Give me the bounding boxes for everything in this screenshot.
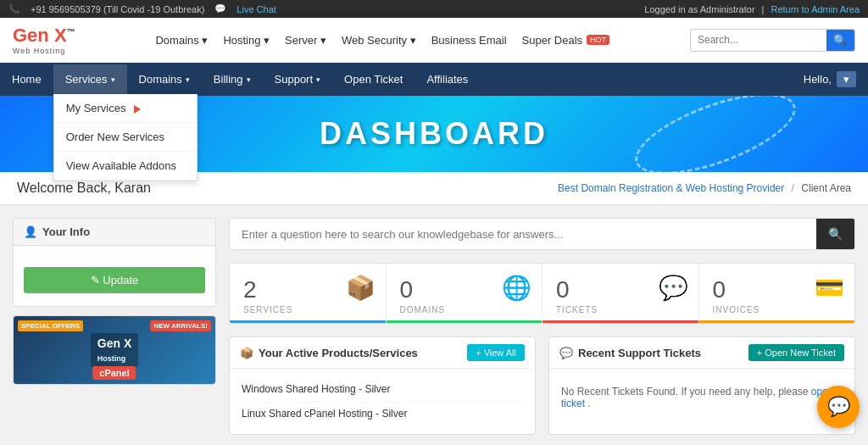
sidebar-badge-new: NEW ARRIVALS! <box>150 320 211 331</box>
your-info-card: 👤 Your Info ✎ Update <box>13 218 216 307</box>
nav-bar: Home Services ▾ My Services Order New Se… <box>0 63 868 96</box>
main-content: 👤 Your Info ✎ Update Gen XHosting NEW AR… <box>0 205 868 445</box>
cpanel-label: cPanel <box>92 366 136 380</box>
support-caret: ▾ <box>316 75 320 84</box>
billing-caret: ▾ <box>247 75 251 84</box>
dropdown-order-new-services[interactable]: Order New Services <box>54 123 197 152</box>
header: Gen X™ Web Hosting Domains ▾ Hosting ▾ S… <box>0 18 868 63</box>
stat-services-bar <box>230 320 386 323</box>
sidebar-badge-special: SPECIAL OFFERS <box>18 320 83 331</box>
header-nav-server[interactable]: Server ▾ <box>285 34 326 47</box>
dropdown-view-addons[interactable]: View Available Addons <box>54 152 197 181</box>
stat-invoices-label: INVOICES <box>713 305 842 314</box>
nav-item-domains[interactable]: Domains ▾ <box>127 64 202 94</box>
kb-search: 🔍 <box>229 218 855 250</box>
stat-tickets-label: TICKETS <box>556 305 685 314</box>
your-info-body: ✎ Update <box>14 246 215 306</box>
top-bar-right: Logged in as Administrator | Return to A… <box>644 4 860 14</box>
nav-item-support[interactable]: Support ▾ <box>263 64 333 94</box>
header-nav-businessemail[interactable]: Business Email <box>431 34 507 47</box>
nav-item-home[interactable]: Home <box>0 64 53 94</box>
product-item-1: Linux Shared cPanel Hosting - Silver <box>242 402 523 426</box>
logo-gen: Gen <box>13 25 54 46</box>
float-chat-button[interactable]: 💬 <box>817 386 860 428</box>
kb-search-input[interactable] <box>230 219 816 249</box>
stat-tickets-icon: 💬 <box>659 274 688 302</box>
breadcrumb-right: Best Domain Registration & Web Hosting P… <box>558 182 851 194</box>
breadcrumb-current: Client Area <box>801 182 851 194</box>
tickets-icon: 💬 <box>559 347 573 359</box>
dropdown-my-services[interactable]: My Services <box>54 94 197 123</box>
products-panel-header: 📦 Your Active Products/Services + View A… <box>230 337 535 369</box>
stat-services-icon: 📦 <box>346 274 376 302</box>
tickets-panel-body: No Recent Tickets Found. If you need any… <box>549 369 854 426</box>
sidebar: 👤 Your Info ✎ Update Gen XHosting NEW AR… <box>13 218 216 445</box>
nav-item-billing[interactable]: Billing ▾ <box>202 64 263 94</box>
dashboard-content: 🔍 📦 2 SERVICES 🌐 0 DOMAINS 💬 0 TICKETS <box>229 218 855 445</box>
header-nav-hosting[interactable]: Hosting ▾ <box>223 34 270 47</box>
header-nav-superdeals[interactable]: Super Deals HOT <box>522 34 610 47</box>
header-nav-domains[interactable]: Domains ▾ <box>155 34 208 47</box>
nav-hello: Hello, ▾ <box>792 63 868 96</box>
header-nav-websecurity[interactable]: Web Security ▾ <box>342 34 416 47</box>
banner-decoration <box>626 96 805 172</box>
sidebar-image-card: Gen XHosting NEW ARRIVALS! SPECIAL OFFER… <box>13 315 216 385</box>
tickets-panel-header: 💬 Recent Support Tickets + Open New Tick… <box>549 337 854 369</box>
stat-domains-bar <box>387 320 542 323</box>
banner-title: DASHBOARD <box>320 116 548 152</box>
products-panel-title: 📦 Your Active Products/Services <box>240 347 418 359</box>
search-button[interactable]: 🔍 <box>826 30 854 51</box>
sidebar-image: Gen XHosting NEW ARRIVALS! SPECIAL OFFER… <box>14 316 215 384</box>
top-bar: 📞 +91 9569505379 (Till Covid -19 Outbrea… <box>0 0 868 18</box>
search-input[interactable] <box>691 30 826 50</box>
view-all-button[interactable]: + View All <box>467 344 525 361</box>
kb-search-button[interactable]: 🔍 <box>816 219 854 249</box>
nav-bar-left: Home Services ▾ My Services Order New Se… <box>0 64 480 94</box>
logo-tm: ™ <box>67 27 75 36</box>
products-panel-body: Windows Shared Hosting - Silver Linux Sh… <box>230 369 535 434</box>
header-search: 🔍 <box>690 29 855 52</box>
nav-item-affiliates[interactable]: Affiliates <box>415 64 480 94</box>
header-nav: Domains ▾ Hosting ▾ Server ▾ Web Securit… <box>155 34 609 47</box>
stat-domains-label: DOMAINS <box>400 305 529 314</box>
services-caret: ▾ <box>111 75 115 84</box>
live-chat-link[interactable]: Live Chat <box>236 4 275 14</box>
return-admin-link[interactable]: Return to Admin Area <box>771 4 860 14</box>
stat-tickets-bar <box>542 320 698 323</box>
stat-invoices-icon: 💳 <box>815 274 844 302</box>
logged-in-text: Logged in as Administrator <box>644 4 754 14</box>
stat-invoices: 💳 0 INVOICES <box>699 264 855 323</box>
welcome-text: Welcome Back, Karan <box>17 181 151 196</box>
breadcrumb-link[interactable]: Best Domain Registration & Web Hosting P… <box>558 182 784 194</box>
cpanel-logo: Gen XHosting <box>91 333 138 367</box>
username-box[interactable]: ▾ <box>837 71 856 87</box>
update-button[interactable]: ✎ Update <box>24 267 205 293</box>
nav-bar-right: Hello, ▾ <box>792 63 868 96</box>
chat-icon: 💬 <box>214 3 226 14</box>
user-icon: 👤 <box>24 225 37 238</box>
no-tickets-text: No Recent Tickets Found. If you need any… <box>561 377 843 418</box>
stat-services: 📦 2 SERVICES <box>230 264 387 323</box>
logo-text: Gen X™ <box>13 25 75 47</box>
open-ticket-button[interactable]: + Open New Ticket <box>748 344 844 361</box>
separator: | <box>762 4 765 14</box>
hot-badge: HOT <box>587 35 609 45</box>
stat-services-label: SERVICES <box>243 305 372 314</box>
products-panel: 📦 Your Active Products/Services + View A… <box>229 337 536 435</box>
logo-x: X <box>54 25 67 46</box>
stat-domains-icon: 🌐 <box>502 274 531 302</box>
nav-item-open-ticket[interactable]: Open Ticket <box>332 64 415 94</box>
nav-item-services[interactable]: Services ▾ <box>53 64 127 94</box>
phone-number: +91 9569505379 (Till Covid -19 Outbreak) <box>31 4 204 14</box>
logo: Gen X™ Web Hosting <box>13 25 75 55</box>
products-icon: 📦 <box>240 347 253 359</box>
services-dropdown: My Services Order New Services View Avai… <box>53 94 198 181</box>
stat-domains: 🌐 0 DOMAINS <box>387 264 543 323</box>
top-bar-left: 📞 +91 9569505379 (Till Covid -19 Outbrea… <box>8 3 276 14</box>
stat-invoices-bar <box>699 320 855 323</box>
your-info-header: 👤 Your Info <box>14 219 215 246</box>
domains-caret: ▾ <box>186 75 190 84</box>
logo-sub: Web Hosting <box>13 47 75 55</box>
nav-item-wrapper-services: Services ▾ My Services Order New Service… <box>53 64 127 94</box>
arrow-indicator <box>134 105 141 114</box>
